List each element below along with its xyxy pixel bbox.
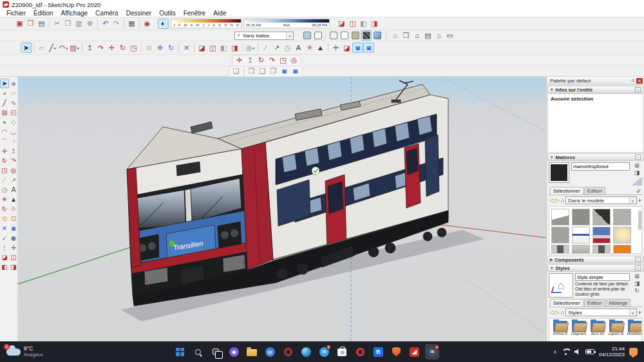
secondary-pane-icon[interactable]: ◨ — [634, 280, 640, 287]
volume-icon[interactable] — [574, 348, 581, 355]
view-back-button[interactable]: ⌂ — [433, 30, 444, 41]
freehand-tool[interactable]: ∿ — [9, 98, 18, 108]
text-tool[interactable]: A — [293, 43, 304, 53]
material-swatch-2[interactable] — [572, 209, 590, 225]
components-section-header[interactable]: ▶ Composants − — [547, 256, 643, 263]
menu-outils[interactable]: Outils — [155, 10, 180, 17]
menu-fenetre[interactable]: Fenêtre — [180, 10, 209, 17]
three-point-arc-tool[interactable]: ⌒ — [0, 137, 9, 146]
home-icon[interactable]: ⌂ — [561, 197, 564, 204]
edge-browser[interactable] — [299, 344, 313, 359]
minimize-section-icon[interactable]: − — [635, 265, 641, 271]
start-button[interactable] — [173, 344, 187, 359]
solid-trim-tool[interactable]: ❒ — [268, 66, 279, 77]
section-plane-tool[interactable]: ◪ — [336, 19, 347, 29]
style-folder[interactable]: Jeux de — [589, 321, 606, 341]
eraser-tool-lt[interactable]: ▱ — [9, 88, 18, 98]
zoom-tool[interactable]: ⊙ — [144, 43, 155, 53]
polygon-tool[interactable]: ◇ — [9, 117, 18, 127]
line-tool-lt[interactable]: ╱ — [0, 98, 9, 108]
pan-tool[interactable]: ✥ — [155, 43, 166, 53]
section-display-lt[interactable]: ◫ — [9, 252, 18, 262]
forward-icon[interactable]: ▷ — [555, 197, 560, 204]
material-swatch-9[interactable] — [551, 245, 569, 254]
opera-gx-browser[interactable] — [281, 344, 295, 359]
solid-split-tool[interactable]: ◙ — [290, 66, 301, 77]
tab-edition[interactable]: Édition — [584, 187, 605, 195]
back-icon[interactable]: ◁ — [549, 197, 554, 204]
previous-view-lt[interactable]: ◙ — [9, 224, 18, 233]
shadows-toggle-button[interactable]: ◐ — [158, 19, 169, 29]
arc-tool-lt[interactable]: ◠ — [0, 127, 9, 137]
tab-selectionner[interactable]: Sélectionner — [550, 187, 583, 195]
tape-measure-lt[interactable]: ∕ — [0, 175, 9, 185]
followme-tool[interactable]: ↷ — [95, 43, 106, 53]
paint-bucket-tool[interactable]: ◕ — [0, 88, 9, 98]
material-swatch-7[interactable] — [592, 227, 611, 243]
move-tool[interactable]: ✛ — [106, 43, 117, 53]
followme-tool-lt[interactable]: ↷ — [9, 156, 18, 166]
task-view-button[interactable] — [209, 344, 223, 359]
back-edges-mode-button[interactable] — [312, 30, 323, 41]
weather-widget[interactable]: 1 9°C Nuageux — [0, 346, 116, 357]
xray-mode-button[interactable] — [301, 30, 312, 41]
save-button[interactable]: ▤ — [36, 19, 47, 29]
orbit-tool[interactable]: ↻ — [166, 43, 176, 53]
eraser-tool[interactable]: ▱ — [36, 43, 47, 53]
zoom-window-lt[interactable]: ⊡ — [9, 214, 18, 224]
rotated-rectangle-tool[interactable]: ◰ — [9, 108, 18, 117]
scale-tool-2[interactable]: ◳ — [278, 55, 289, 66]
create-style-icon[interactable]: ⊞ — [634, 273, 639, 280]
print-button[interactable]: ▦ — [126, 19, 137, 29]
3d-text-lt[interactable]: ▲ — [9, 195, 18, 204]
rotate-tool-2[interactable]: ↻ — [256, 55, 267, 66]
battery-icon[interactable] — [585, 349, 594, 354]
hidden-line-mode-button[interactable] — [339, 30, 350, 41]
zoom-extents-button[interactable]: ✕ — [181, 43, 192, 53]
select-tool-lt[interactable]: ➤ — [0, 79, 9, 88]
line-tool[interactable]: ╱▾ — [47, 43, 58, 53]
material-swatch-1[interactable] — [551, 209, 569, 225]
tab-melange[interactable]: Mélange — [606, 299, 631, 307]
material-swatch-8[interactable] — [613, 227, 631, 243]
dimensions-lt[interactable]: ↗ — [9, 175, 18, 185]
offset-tool[interactable]: ◎ — [289, 55, 299, 66]
entity-info-section-header[interactable]: ▼ Infos sur l'entité − — [547, 86, 643, 93]
materials-scrollbar[interactable] — [638, 211, 641, 230]
forward-icon[interactable]: ▷ — [555, 309, 560, 316]
protractor-tool[interactable]: ◷ — [282, 43, 293, 53]
material-swatch-3[interactable] — [592, 209, 611, 225]
style-folder[interactable]: Lignes dr — [607, 321, 625, 341]
style-name-input[interactable] — [575, 273, 630, 281]
rectangle-tool[interactable]: ▨▾ — [69, 43, 80, 53]
sketchup-app[interactable]: ◢ — [407, 344, 421, 359]
select-tool[interactable]: ➤ — [21, 43, 32, 53]
crosshair-tool[interactable]: ✛ — [330, 43, 341, 53]
wireframe-mode-button[interactable] — [328, 30, 339, 41]
view-left-button[interactable]: ▭ — [444, 30, 455, 41]
menu-fichier[interactable]: Fichier — [3, 10, 30, 17]
style-folder[interactable]: Arêtes d — [551, 321, 569, 341]
two-point-arc-tool[interactable]: ◡ — [9, 127, 18, 137]
secondary-pane-icon[interactable]: ◨ — [634, 169, 640, 176]
shaded-with-textures-button[interactable] — [361, 30, 372, 41]
minimize-section-icon[interactable]: − — [635, 257, 641, 262]
delete-button[interactable]: ⊗ — [84, 19, 95, 29]
copy-button[interactable]: ❐ — [62, 19, 73, 29]
rotate-tool-lt[interactable]: ↻ — [0, 156, 9, 166]
view-iso-button[interactable]: ⌂ — [390, 30, 401, 41]
new-file-button[interactable]: ▣ — [14, 19, 25, 29]
material-swatch-5[interactable] — [551, 227, 569, 243]
eyedropper-icon[interactable]: ✐ — [636, 189, 641, 195]
turn-tool-lt[interactable]: ✛ — [9, 243, 18, 252]
position-camera-lt[interactable]: ➶ — [0, 233, 9, 243]
display-section-planes-button[interactable]: ◫ — [347, 19, 358, 29]
text-tool-lt[interactable]: A — [9, 185, 18, 195]
section-cuts-lt[interactable]: ◧ — [0, 262, 9, 272]
messages-app[interactable]: ✉3 — [425, 344, 439, 359]
notebook-app[interactable]: ▤ — [263, 344, 277, 359]
chat-app[interactable]: ◉ — [227, 344, 241, 359]
solid-intersect-tool[interactable]: ◙ — [279, 66, 290, 77]
wifi-icon[interactable] — [562, 348, 570, 355]
display-section-fill-button[interactable]: ◨ — [369, 19, 380, 29]
